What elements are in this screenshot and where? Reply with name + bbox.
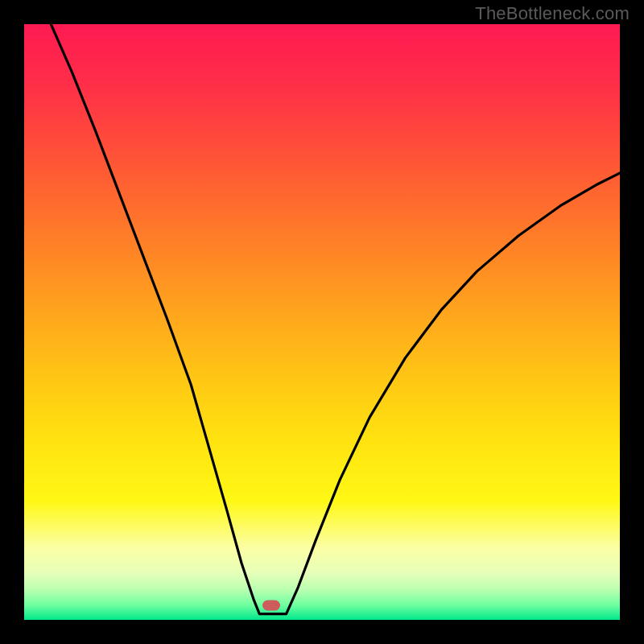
chart-frame: { "watermark": "TheBottleneck.com", "gra… (0, 0, 644, 644)
watermark-text: TheBottleneck.com (475, 3, 630, 24)
optimal-point-marker (262, 600, 280, 610)
bottleneck-curve (24, 24, 620, 620)
plot-area (24, 24, 620, 620)
